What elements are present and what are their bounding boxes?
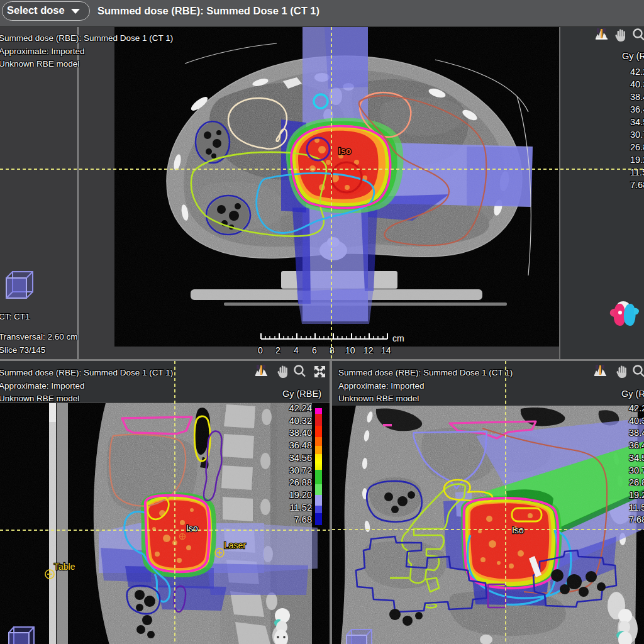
svg-text:Iso: Iso <box>512 525 524 535</box>
svg-text:Iso: Iso <box>338 146 351 156</box>
svg-text:Laser: Laser <box>224 540 246 550</box>
svg-text:Table: Table <box>54 562 75 572</box>
svg-text:Iso: Iso <box>186 523 198 533</box>
svg-text:cm: cm <box>392 333 404 343</box>
